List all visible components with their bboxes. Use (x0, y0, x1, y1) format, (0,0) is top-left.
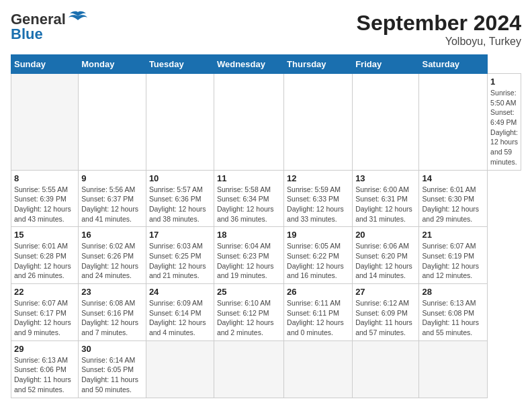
day-info: Sunrise: 6:07 AMSunset: 6:19 PMDaylight:… (422, 241, 484, 281)
weekday-header-row: SundayMondayTuesdayWednesdayThursdayFrid… (11, 55, 521, 74)
day-info: Sunrise: 5:59 AMSunset: 6:33 PMDaylight:… (287, 185, 349, 224)
day-number: 18 (217, 230, 281, 240)
calendar-day-cell (214, 74, 283, 171)
calendar-day-cell: 9Sunrise: 5:56 AMSunset: 6:37 PMDaylight… (79, 170, 146, 227)
weekday-header: Tuesday (146, 55, 214, 74)
day-number: 27 (355, 287, 416, 297)
weekday-header: Saturday (419, 55, 488, 74)
day-number: 12 (287, 173, 349, 183)
weekday-header: Sunday (11, 55, 79, 74)
day-number: 8 (14, 173, 75, 183)
day-number: 16 (81, 230, 143, 240)
calendar-day-cell: 23Sunrise: 6:08 AMSunset: 6:16 PMDayligh… (79, 284, 146, 341)
weekday-header: Friday (353, 55, 419, 74)
empty-cell (353, 340, 419, 398)
calendar-day-cell: 24Sunrise: 6:09 AMSunset: 6:14 PMDayligh… (146, 284, 214, 341)
day-info: Sunrise: 5:50 AMSunset: 6:49 PMDaylight:… (490, 88, 518, 167)
calendar-day-cell: 25Sunrise: 6:10 AMSunset: 6:12 PMDayligh… (214, 284, 283, 341)
empty-cell (11, 74, 79, 171)
day-number: 13 (355, 173, 416, 183)
day-info: Sunrise: 6:07 AMSunset: 6:17 PMDaylight:… (14, 298, 75, 338)
day-info: Sunrise: 5:57 AMSunset: 6:36 PMDaylight:… (149, 185, 211, 224)
logo-bird-icon (69, 11, 87, 23)
calendar-day-cell: 17Sunrise: 6:03 AMSunset: 6:25 PMDayligh… (146, 227, 214, 284)
day-number: 22 (14, 287, 75, 297)
day-number: 17 (149, 230, 211, 240)
day-number: 15 (14, 230, 75, 240)
calendar-day-cell: 1Sunrise: 5:50 AMSunset: 6:49 PMDaylight… (488, 74, 521, 171)
day-info: Sunrise: 6:10 AMSunset: 6:12 PMDaylight:… (217, 298, 281, 338)
calendar-day-cell: 11Sunrise: 5:58 AMSunset: 6:34 PMDayligh… (214, 170, 283, 227)
calendar-day-cell (284, 74, 353, 171)
day-info: Sunrise: 6:14 AMSunset: 6:05 PMDaylight:… (81, 355, 143, 395)
calendar-day-cell: 14Sunrise: 6:01 AMSunset: 6:30 PMDayligh… (419, 170, 488, 227)
empty-cell (284, 340, 353, 398)
day-number: 29 (14, 344, 75, 354)
empty-cell (214, 340, 283, 398)
day-number: 24 (149, 287, 211, 297)
day-info: Sunrise: 5:55 AMSunset: 6:39 PMDaylight:… (14, 185, 75, 224)
calendar-week-row: 29Sunrise: 6:13 AMSunset: 6:06 PMDayligh… (11, 340, 521, 398)
page-header: General Blue September 2024 Yolboyu, Tur… (11, 11, 521, 48)
day-info: Sunrise: 6:00 AMSunset: 6:31 PMDaylight:… (355, 185, 416, 224)
day-number: 11 (217, 173, 281, 183)
empty-cell (146, 340, 214, 398)
month-title: September 2024 (357, 11, 521, 36)
calendar-day-cell: 8Sunrise: 5:55 AMSunset: 6:39 PMDaylight… (11, 170, 79, 227)
calendar-day-cell: 22Sunrise: 6:07 AMSunset: 6:17 PMDayligh… (11, 284, 79, 341)
day-number: 14 (422, 173, 484, 183)
weekday-header: Wednesday (214, 55, 283, 74)
day-info: Sunrise: 6:13 AMSunset: 6:08 PMDaylight:… (422, 298, 484, 338)
calendar-day-cell (79, 74, 146, 171)
calendar-day-cell: 13Sunrise: 6:00 AMSunset: 6:31 PMDayligh… (353, 170, 419, 227)
day-info: Sunrise: 6:01 AMSunset: 6:30 PMDaylight:… (422, 185, 484, 224)
calendar-day-cell (146, 74, 214, 171)
calendar-day-cell: 29Sunrise: 6:13 AMSunset: 6:06 PMDayligh… (11, 340, 79, 398)
day-info: Sunrise: 6:04 AMSunset: 6:23 PMDaylight:… (217, 241, 281, 281)
empty-cell (419, 340, 488, 398)
day-number: 20 (355, 230, 416, 240)
day-info: Sunrise: 5:56 AMSunset: 6:37 PMDaylight:… (81, 185, 143, 224)
logo: General Blue (11, 11, 87, 43)
calendar-table: SundayMondayTuesdayWednesdayThursdayFrid… (11, 54, 521, 398)
calendar-day-cell: 18Sunrise: 6:04 AMSunset: 6:23 PMDayligh… (214, 227, 283, 284)
calendar-day-cell: 26Sunrise: 6:11 AMSunset: 6:11 PMDayligh… (284, 284, 353, 341)
calendar-week-row: 22Sunrise: 6:07 AMSunset: 6:17 PMDayligh… (11, 284, 521, 341)
day-number: 30 (81, 344, 143, 354)
calendar-day-cell: 28Sunrise: 6:13 AMSunset: 6:08 PMDayligh… (419, 284, 488, 341)
calendar-day-cell (353, 74, 419, 171)
day-number: 10 (149, 173, 211, 183)
day-info: Sunrise: 6:03 AMSunset: 6:25 PMDaylight:… (149, 241, 211, 281)
calendar-day-cell: 19Sunrise: 6:05 AMSunset: 6:22 PMDayligh… (284, 227, 353, 284)
day-info: Sunrise: 6:12 AMSunset: 6:09 PMDaylight:… (355, 298, 416, 338)
day-info: Sunrise: 6:13 AMSunset: 6:06 PMDaylight:… (14, 355, 75, 395)
day-number: 25 (217, 287, 281, 297)
calendar-day-cell: 10Sunrise: 5:57 AMSunset: 6:36 PMDayligh… (146, 170, 214, 227)
day-number: 9 (81, 173, 143, 183)
calendar-week-row: 15Sunrise: 6:01 AMSunset: 6:28 PMDayligh… (11, 227, 521, 284)
calendar-day-cell: 15Sunrise: 6:01 AMSunset: 6:28 PMDayligh… (11, 227, 79, 284)
day-number: 28 (422, 287, 484, 297)
calendar-day-cell: 16Sunrise: 6:02 AMSunset: 6:26 PMDayligh… (79, 227, 146, 284)
calendar-day-cell: 20Sunrise: 6:06 AMSunset: 6:20 PMDayligh… (353, 227, 419, 284)
weekday-header: Thursday (284, 55, 353, 74)
day-number: 21 (422, 230, 484, 240)
calendar-day-cell (419, 74, 488, 171)
day-number: 23 (81, 287, 143, 297)
day-info: Sunrise: 6:05 AMSunset: 6:22 PMDaylight:… (287, 241, 349, 281)
day-info: Sunrise: 5:58 AMSunset: 6:34 PMDaylight:… (217, 185, 281, 224)
weekday-header: Monday (79, 55, 146, 74)
day-info: Sunrise: 6:06 AMSunset: 6:20 PMDaylight:… (355, 241, 416, 281)
logo-text: General Blue (11, 11, 87, 43)
location-title: Yolboyu, Turkey (357, 36, 521, 48)
day-info: Sunrise: 6:08 AMSunset: 6:16 PMDaylight:… (81, 298, 143, 338)
calendar-day-cell: 21Sunrise: 6:07 AMSunset: 6:19 PMDayligh… (419, 227, 488, 284)
day-number: 26 (287, 287, 349, 297)
calendar-week-row: 8Sunrise: 5:55 AMSunset: 6:39 PMDaylight… (11, 170, 521, 227)
day-info: Sunrise: 6:09 AMSunset: 6:14 PMDaylight:… (149, 298, 211, 338)
day-number: 1 (490, 77, 518, 87)
calendar-day-cell: 27Sunrise: 6:12 AMSunset: 6:09 PMDayligh… (353, 284, 419, 341)
calendar-day-cell: 12Sunrise: 5:59 AMSunset: 6:33 PMDayligh… (284, 170, 353, 227)
title-area: September 2024 Yolboyu, Turkey (357, 11, 521, 48)
calendar-day-cell: 30Sunrise: 6:14 AMSunset: 6:05 PMDayligh… (79, 340, 146, 398)
